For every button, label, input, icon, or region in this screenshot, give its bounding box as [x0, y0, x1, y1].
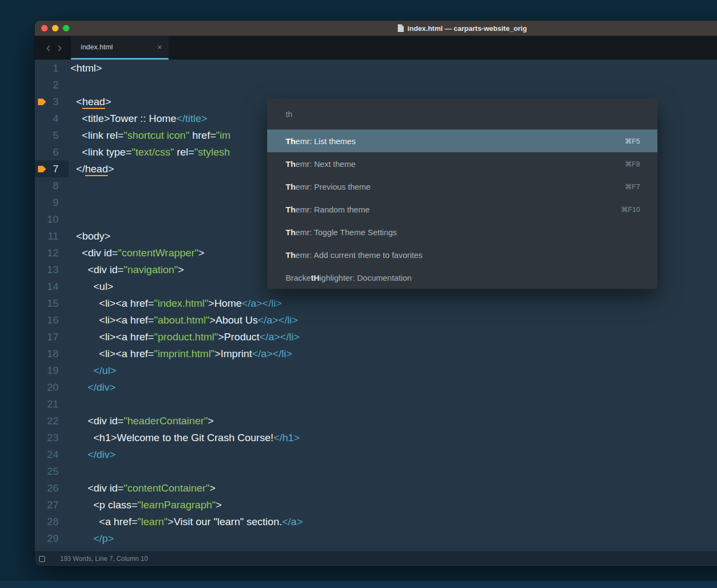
line-number[interactable]: 21: [35, 396, 59, 412]
code-text: <li><a href="imprint.html">Imprint</a></…: [70, 345, 292, 362]
document-icon: [398, 24, 404, 32]
line-number[interactable]: 24: [35, 446, 59, 463]
command-palette: th Themr: List themes⌘F5Themr: Next them…: [267, 99, 657, 289]
line-number[interactable]: 13: [35, 261, 59, 278]
line-number[interactable]: 4: [35, 110, 59, 127]
code-line[interactable]: 20 </div>: [35, 379, 717, 396]
code-line[interactable]: 16 <li><a href="about.html">About Us</a>…: [35, 312, 717, 328]
close-window-button[interactable]: [41, 25, 48, 31]
line-number[interactable]: 22: [35, 412, 59, 429]
line-number[interactable]: 9: [35, 194, 59, 211]
line-number[interactable]: 7: [35, 160, 59, 177]
line-number[interactable]: 20: [35, 379, 59, 396]
tab-index-html[interactable]: index.html ×: [71, 36, 169, 60]
line-number[interactable]: 19: [35, 362, 59, 379]
code-text: <div id="headerContainer">: [70, 412, 214, 429]
code-text: <li><a href="about.html">About Us</a></l…: [70, 312, 298, 328]
line-number[interactable]: 28: [35, 513, 59, 530]
code-text: <li><a href="product.html">Product</a></…: [70, 328, 300, 345]
code-line[interactable]: 26 <div id="contentContainer">: [35, 480, 717, 496]
line-number[interactable]: 12: [35, 244, 59, 261]
code-text: <div id="contentContainer">: [70, 480, 216, 496]
code-text: <div id="contentWrapper">: [70, 244, 204, 261]
code-line[interactable]: 25: [35, 463, 717, 480]
code-text: </p>: [70, 530, 114, 547]
code-line[interactable]: 23 <h1>Welcome to the Git Crash Course!<…: [35, 429, 717, 446]
line-number[interactable]: 10: [35, 211, 59, 228]
status-bar: 193 Words, Line 7, Column 10: [35, 551, 717, 566]
line-number[interactable]: 6: [35, 144, 59, 160]
line-number[interactable]: 16: [35, 312, 59, 328]
code-text: </head>: [70, 160, 114, 177]
code-line[interactable]: 21: [35, 396, 717, 412]
palette-item-label: Themr: List themes: [286, 137, 625, 146]
code-line[interactable]: 24 </div>: [35, 446, 717, 463]
palette-item-label: Themr: Random theme: [286, 205, 621, 214]
code-text: <p class="learnParagraph">: [70, 496, 222, 513]
code-line[interactable]: 1<html>: [35, 60, 717, 76]
line-number[interactable]: 27: [35, 496, 59, 513]
sublime-text-window: index.html — carparts-website_orig ‹ › i…: [35, 21, 717, 566]
palette-item[interactable]: BracketHighlighter: Documentation: [267, 266, 657, 289]
palette-item-shortcut: ⌘F8: [625, 160, 640, 168]
line-number[interactable]: 11: [35, 228, 59, 244]
tab-bar: ‹ › index.html ×: [35, 36, 717, 60]
code-text: </div>: [70, 446, 115, 463]
line-number[interactable]: 26: [35, 480, 59, 496]
code-line[interactable]: 2: [35, 76, 717, 93]
command-palette-query: th: [286, 109, 293, 119]
line-number[interactable]: 23: [35, 429, 59, 446]
code-line[interactable]: 17 <li><a href="product.html">Product</a…: [35, 328, 717, 345]
code-line[interactable]: 19 </ul>: [35, 362, 717, 379]
code-text: <body>: [70, 228, 111, 244]
line-number[interactable]: 2: [35, 76, 59, 93]
palette-item[interactable]: Themr: Previous theme⌘F7: [267, 175, 657, 198]
code-line[interactable]: 27 <p class="learnParagraph">: [35, 496, 717, 513]
palette-item[interactable]: Themr: List themes⌘F5: [267, 130, 657, 152]
code-line[interactable]: 22 <div id="headerContainer">: [35, 412, 717, 429]
minimize-window-button[interactable]: [52, 25, 59, 31]
code-text: <li><a href="index.html">Home</a></li>: [70, 295, 282, 312]
palette-item-label: Themr: Previous theme: [286, 182, 625, 191]
code-text: <ul>: [70, 278, 113, 295]
traffic-lights: [41, 25, 69, 31]
palette-item-shortcut: ⌘F5: [625, 137, 640, 145]
code-text: <link type="text/css" rel="stylesh: [70, 144, 230, 160]
code-line[interactable]: 29 </p>: [35, 530, 717, 547]
palette-item[interactable]: Themr: Next theme⌘F8: [267, 152, 657, 175]
line-number[interactable]: 15: [35, 295, 59, 312]
line-number[interactable]: 5: [35, 127, 59, 144]
line-number[interactable]: 17: [35, 328, 59, 345]
tab-close-icon[interactable]: ×: [157, 42, 162, 51]
line-number[interactable]: 1: [35, 60, 59, 76]
line-number[interactable]: 29: [35, 530, 59, 547]
square-outline-icon[interactable]: [39, 556, 45, 562]
palette-item-label: Themr: Add current theme to favorites: [286, 250, 640, 260]
code-text: <html>: [70, 60, 102, 76]
line-number[interactable]: 18: [35, 345, 59, 362]
line-number[interactable]: 3: [35, 93, 59, 110]
line-number[interactable]: 14: [35, 278, 59, 295]
code-text: </ul>: [70, 362, 117, 379]
line-number[interactable]: 25: [35, 463, 59, 480]
code-text: <title>Tower :: Home</title>: [70, 110, 207, 127]
code-line[interactable]: 15 <li><a href="index.html">Home</a></li…: [35, 295, 717, 312]
code-editor[interactable]: 1<html>23 <head>4 <title>Tower :: Home</…: [35, 60, 717, 551]
window-title: index.html — carparts-website_orig: [398, 24, 527, 33]
window-titlebar[interactable]: index.html — carparts-website_orig: [35, 21, 717, 36]
palette-item[interactable]: Themr: Toggle Theme Settings: [267, 221, 657, 243]
line-number[interactable]: 8: [35, 177, 59, 194]
palette-item[interactable]: Themr: Add current theme to favorites: [267, 243, 657, 266]
zoom-window-button[interactable]: [63, 25, 69, 31]
command-palette-input[interactable]: th: [267, 99, 657, 130]
palette-item-label: Themr: Toggle Theme Settings: [286, 228, 640, 237]
palette-item[interactable]: Themr: Random theme⌘F10: [267, 198, 657, 221]
status-text: 193 Words, Line 7, Column 10: [60, 555, 148, 563]
code-line[interactable]: 28 <a href="learn">Visit our "learn" sec…: [35, 513, 717, 530]
back-arrow-icon[interactable]: ‹: [46, 41, 50, 54]
palette-list: Themr: List themes⌘F5Themr: Next theme⌘F…: [267, 130, 657, 289]
code-line[interactable]: 18 <li><a href="imprint.html">Imprint</a…: [35, 345, 717, 362]
code-text: <head>: [70, 93, 111, 110]
forward-arrow-icon[interactable]: ›: [57, 41, 62, 54]
palette-item-label: BracketHighlighter: Documentation: [286, 273, 640, 282]
